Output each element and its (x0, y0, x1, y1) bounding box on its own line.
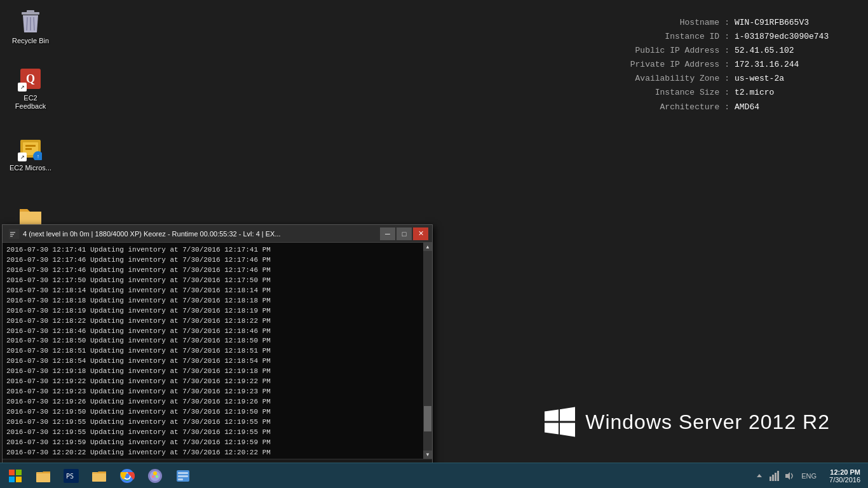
minimize-button[interactable]: ─ (380, 227, 395, 240)
svg-rect-13 (20, 212, 41, 224)
svg-rect-18 (9, 470, 15, 475)
windows-server-text: Windows Server 2012 R2 (585, 410, 830, 434)
clock-time: 12:20 PM (830, 468, 860, 476)
console-line: 2016-07-30 12:17:41 Updating inventory a… (6, 245, 419, 255)
console-line: 2016-07-30 12:18:46 Updating inventory a… (6, 327, 419, 337)
console-line: 2016-07-30 12:18:18 Updating inventory a… (6, 296, 419, 306)
console-output[interactable]: 2016-07-30 12:17:41 Updating inventory a… (3, 243, 423, 459)
explorer-folder-icon (92, 469, 107, 483)
scroll-down-button[interactable]: ▼ (423, 451, 432, 459)
taskbar-powershell[interactable]: PS (58, 463, 84, 489)
taskbar-game-icon[interactable] (142, 463, 168, 489)
scroll-up-button[interactable]: ▲ (423, 243, 432, 251)
svg-line-2 (27, 17, 27, 30)
start-button[interactable] (3, 463, 28, 489)
svg-rect-36 (178, 475, 188, 477)
console-line: 2016-07-30 12:17:46 Updating inventory a… (6, 266, 419, 276)
ec2-microsoft-label: EC2 Micros... (10, 164, 51, 172)
svg-point-33 (156, 475, 158, 478)
svg-rect-41 (775, 473, 776, 481)
console-title: 4 (next level in 0h 0m | 1880/4000 XP) K… (9, 229, 380, 239)
svg-rect-42 (777, 471, 779, 481)
recycle-bin-svg (19, 10, 42, 34)
svg-rect-37 (178, 478, 183, 480)
console-line: 2016-07-30 12:18:14 Updating inventory a… (6, 286, 419, 296)
game-app-icon (147, 468, 163, 484)
maximize-button[interactable]: □ (397, 227, 412, 240)
language-indicator[interactable]: ENG (799, 470, 819, 482)
network-icon (769, 470, 780, 482)
show-hidden-icons-button[interactable] (753, 470, 766, 482)
shortcut-arrow-icon2: ↗ (18, 152, 27, 161)
windows-start-icon (8, 469, 22, 483)
private-ip-value: 172.31.16.244 (735, 58, 849, 72)
svg-point-31 (153, 471, 157, 475)
language-text: ENG (801, 472, 817, 480)
hostname-value: WIN-C91RFB665V3 (735, 16, 849, 30)
clock-date: 7/30/2016 (829, 476, 860, 484)
svg-marker-38 (757, 474, 762, 477)
ec2-feedback-label: EC2 Feedback (8, 94, 53, 111)
console-line: 2016-07-30 12:19:23 Updating inventory a… (6, 387, 419, 397)
private-ip-label: Private IP Address (630, 58, 719, 72)
console-line: 2016-07-30 12:19:55 Updating inventory a… (6, 428, 419, 438)
clock[interactable]: 12:20 PM 7/30/2016 (824, 468, 865, 484)
console-line: 2016-07-30 12:17:50 Updating inventory a… (6, 276, 419, 286)
ec2-feedback-desktop-icon[interactable]: Q ↗ EC2 Feedback (5, 64, 56, 113)
console-line: 2016-07-30 12:18:22 Updating inventory a… (6, 316, 419, 327)
taskbar-chrome[interactable] (114, 463, 140, 489)
console-title-icon (9, 229, 19, 239)
ec2-microsoft-desktop-icon[interactable]: ↑ ↗ EC2 Micros... (5, 133, 56, 175)
public-ip-label: Public IP Address (635, 44, 720, 58)
taskbar-server-manager[interactable] (170, 463, 196, 489)
scroll-thumb[interactable] (424, 406, 431, 431)
svg-rect-15 (10, 232, 15, 233)
recycle-bin-label: Recycle Bin (12, 37, 49, 45)
console-line: 2016-07-30 12:19:55 Updating inventory a… (6, 417, 419, 428)
console-scrollbar[interactable]: ▲ ▼ (423, 243, 432, 459)
taskbar: PS (0, 463, 868, 488)
svg-rect-16 (10, 234, 14, 235)
svg-rect-21 (16, 477, 22, 482)
architecture-value: AMD64 (735, 100, 849, 114)
az-label: Availability Zone (635, 72, 720, 86)
console-line: 2016-07-30 12:20:27 Updating inventory a… (6, 458, 419, 459)
svg-rect-40 (772, 475, 774, 481)
network-tray-icon[interactable] (768, 470, 781, 482)
hostname-label: Hostname (680, 16, 719, 30)
console-line: 2016-07-30 12:19:18 Updating inventory a… (6, 367, 419, 377)
console-line: 2016-07-30 12:18:54 Updating inventory a… (6, 356, 419, 367)
powershell-icon: PS (64, 469, 79, 483)
instance-size-label: Instance Size (655, 86, 719, 100)
console-window: 4 (next level in 0h 0m | 1880/4000 XP) K… (2, 224, 433, 471)
architecture-label: Architecture (660, 100, 720, 114)
file-explorer-icon (36, 469, 51, 483)
taskbar-file-explorer[interactable] (31, 463, 56, 489)
console-line: 2016-07-30 12:18:51 Updating inventory a… (6, 346, 419, 356)
svg-rect-22 (36, 472, 50, 482)
instance-size-value: t2.micro (735, 86, 849, 100)
windows-logo-icon (545, 407, 575, 437)
volume-tray-icon[interactable] (783, 470, 796, 482)
recycle-bin-icon[interactable]: Recycle Bin (5, 6, 56, 48)
close-button[interactable]: ✕ (413, 227, 428, 240)
scroll-track[interactable] (423, 251, 432, 451)
folder-svg (18, 205, 43, 226)
console-line: 2016-07-30 12:19:59 Updating inventory a… (6, 438, 419, 448)
svg-rect-1 (27, 10, 34, 13)
svg-text:↑: ↑ (37, 153, 40, 159)
console-line: 2016-07-30 12:18:19 Updating inventory a… (6, 306, 419, 316)
svg-rect-20 (9, 477, 15, 482)
svg-rect-9 (25, 145, 36, 147)
chevron-up-icon (756, 472, 763, 480)
console-line: 2016-07-30 12:19:22 Updating inventory a… (6, 377, 419, 387)
server-manager-icon (175, 468, 191, 484)
console-line: 2016-07-30 12:20:22 Updating inventory a… (6, 448, 419, 458)
windows-branding: Windows Server 2012 R2 (545, 407, 830, 437)
system-tray: ENG (748, 470, 824, 482)
console-line: 2016-07-30 12:19:26 Updating inventory a… (6, 397, 419, 407)
svg-text:Q: Q (26, 72, 35, 85)
instance-id-label: Instance ID (665, 30, 719, 44)
taskbar-windows-explorer[interactable] (86, 463, 112, 489)
public-ip-value: 52.41.65.102 (735, 44, 849, 58)
